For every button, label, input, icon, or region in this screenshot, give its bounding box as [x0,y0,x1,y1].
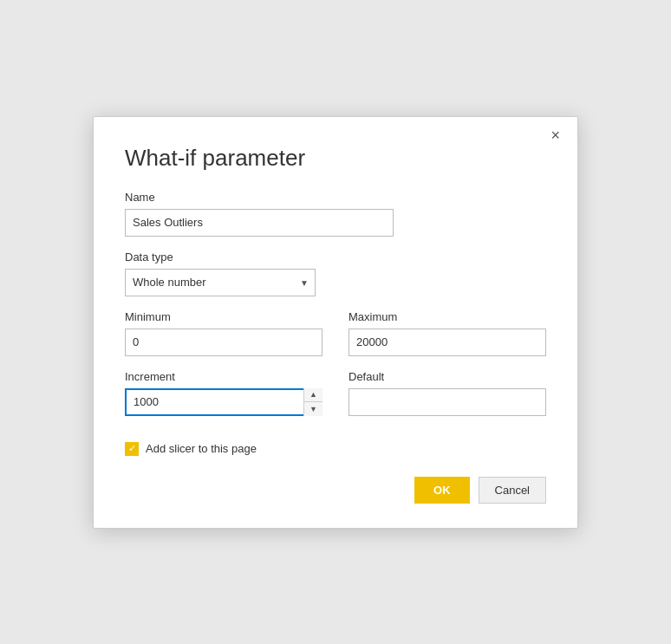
increment-spinner-wrapper: ▲ ▼ [125,388,322,416]
increment-col: Increment ▲ ▼ [125,370,322,430]
increment-label: Increment [125,370,322,383]
minimum-group: Minimum [125,310,322,356]
min-max-row: Minimum Maximum [125,310,546,370]
data-type-select[interactable]: Whole number Decimal number Fixed decima… [125,269,316,296]
data-type-select-wrapper: Whole number Decimal number Fixed decima… [125,269,316,296]
increment-input[interactable] [125,388,322,416]
add-slicer-label: Add slicer to this page [146,442,257,455]
ok-button[interactable]: OK [414,477,470,504]
maximum-label: Maximum [349,310,546,323]
add-slicer-checkbox[interactable]: ✓ [125,442,139,456]
dialog-footer: OK Cancel [125,477,546,504]
dialog-overlay: × What-if parameter Name Data type Whole… [0,0,671,644]
name-input[interactable] [125,209,394,237]
name-group: Name [125,191,546,237]
default-label: Default [349,370,546,383]
minimum-col: Minimum [125,310,322,370]
increment-down-button[interactable]: ▼ [304,402,322,416]
name-label: Name [125,191,546,204]
increment-default-row: Increment ▲ ▼ Default [125,370,546,430]
increment-up-button[interactable]: ▲ [304,388,322,403]
minimum-label: Minimum [125,310,322,323]
maximum-group: Maximum [349,310,546,356]
default-group: Default [349,370,546,416]
data-type-group: Data type Whole number Decimal number Fi… [125,250,546,296]
increment-group: Increment ▲ ▼ [125,370,322,416]
close-button[interactable]: × [545,126,565,145]
data-type-label: Data type [125,250,546,263]
checkbox-row: ✓ Add slicer to this page [125,442,546,456]
increment-spinner-buttons: ▲ ▼ [303,388,322,416]
default-input[interactable] [349,388,546,416]
checkmark-icon: ✓ [128,444,136,453]
maximum-col: Maximum [349,310,546,370]
minimum-input[interactable] [125,329,322,356]
dialog: × What-if parameter Name Data type Whole… [93,116,578,529]
dialog-title: What-if parameter [125,145,546,172]
maximum-input[interactable] [349,329,546,356]
cancel-button[interactable]: Cancel [479,477,546,504]
default-col: Default [349,370,546,430]
